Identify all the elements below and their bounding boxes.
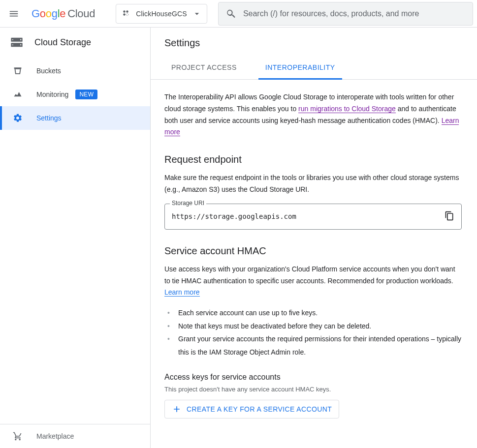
link-learn-more-hmac[interactable]: Learn more bbox=[164, 288, 200, 297]
sidebar-nav: Buckets Monitoring NEW Settings bbox=[0, 57, 150, 424]
create-key-label: CREATE A KEY FOR A SERVICE ACCOUNT bbox=[187, 405, 332, 413]
storage-uri-field: Storage URI https://storage.googleapis.c… bbox=[164, 204, 462, 230]
storage-uri-label: Storage URI bbox=[170, 200, 206, 207]
svg-rect-7 bbox=[12, 45, 13, 45]
copy-icon bbox=[445, 211, 454, 221]
nav-label: Marketplace bbox=[36, 432, 74, 440]
nav-menu-button[interactable] bbox=[4, 4, 24, 24]
new-badge: NEW bbox=[75, 90, 97, 99]
no-keys-text: This project doesn't have any service ac… bbox=[164, 386, 462, 393]
request-endpoint-desc: Make sure the request endpoint in the to… bbox=[164, 172, 462, 196]
heading-request-endpoint: Request endpoint bbox=[164, 154, 462, 165]
sidebar-item-marketplace[interactable]: Marketplace bbox=[0, 424, 150, 448]
hamburger-icon bbox=[8, 8, 19, 19]
project-name: ClickHouseGCS bbox=[136, 10, 187, 18]
search-icon bbox=[225, 8, 236, 19]
sidebar-bottom: Marketplace bbox=[0, 424, 150, 448]
svg-point-1 bbox=[126, 10, 128, 13]
sidebar-item-settings[interactable]: Settings bbox=[0, 106, 150, 130]
hmac-desc: Use access keys with your organization's… bbox=[164, 264, 462, 299]
svg-point-9 bbox=[20, 44, 21, 45]
nav-label: Settings bbox=[36, 114, 62, 122]
intro-paragraph: The Interoperability API allows Google C… bbox=[164, 91, 462, 138]
project-picker[interactable]: ClickHouseGCS bbox=[116, 4, 207, 24]
svg-point-8 bbox=[20, 39, 21, 40]
link-migrations[interactable]: run migrations to Cloud Storage bbox=[298, 105, 396, 113]
sidebar-item-buckets[interactable]: Buckets bbox=[0, 59, 150, 83]
sidebar-item-monitoring[interactable]: Monitoring NEW bbox=[0, 83, 150, 106]
nav-label: Buckets bbox=[36, 67, 61, 75]
create-key-button[interactable]: CREATE A KEY FOR A SERVICE ACCOUNT bbox=[164, 400, 339, 418]
heading-access-keys: Access keys for service accounts bbox=[164, 373, 462, 382]
gear-icon bbox=[13, 113, 23, 123]
top-header: Google Cloud ClickHouseGCS bbox=[0, 0, 477, 28]
monitoring-icon bbox=[13, 90, 23, 99]
bucket-icon bbox=[13, 66, 23, 76]
svg-point-2 bbox=[123, 13, 126, 16]
google-cloud-logo[interactable]: Google Cloud bbox=[28, 7, 99, 20]
main-content: Settings PROJECT ACCESS INTEROPERABILITY… bbox=[151, 28, 477, 448]
project-icon bbox=[122, 9, 131, 18]
sidebar-service-title: Cloud Storage bbox=[34, 37, 91, 48]
tabs: PROJECT ACCESS INTEROPERABILITY bbox=[151, 57, 477, 80]
plus-icon bbox=[172, 404, 182, 414]
marketplace-icon bbox=[13, 431, 23, 441]
logo-cloud-text: Cloud bbox=[67, 7, 95, 20]
search-box[interactable] bbox=[218, 2, 473, 26]
hmac-bullet: Grant your service accounts the required… bbox=[173, 332, 462, 358]
cloud-storage-icon bbox=[10, 35, 24, 49]
hmac-bullet: Note that keys must be deactivated befor… bbox=[173, 320, 462, 333]
logo-google: Google bbox=[32, 7, 65, 20]
chevron-down-icon bbox=[192, 9, 202, 19]
nav-label: Monitoring bbox=[36, 90, 68, 98]
svg-rect-6 bbox=[12, 39, 13, 40]
sidebar: Cloud Storage Buckets Monitoring NEW Set… bbox=[0, 28, 151, 448]
svg-point-3 bbox=[126, 13, 128, 16]
tab-interoperability[interactable]: INTEROPERABILITY bbox=[258, 57, 342, 80]
storage-uri-value: https://storage.googleapis.com bbox=[172, 212, 445, 220]
hmac-desc-text: Use access keys with your organization's… bbox=[164, 265, 455, 285]
tab-project-access[interactable]: PROJECT ACCESS bbox=[164, 57, 244, 80]
sidebar-service-title-row: Cloud Storage bbox=[0, 28, 150, 57]
svg-rect-10 bbox=[14, 67, 22, 69]
hmac-bullets: Each service account can use up to five … bbox=[164, 306, 462, 358]
hmac-bullet: Each service account can use up to five … bbox=[173, 306, 462, 320]
copy-uri-button[interactable] bbox=[445, 211, 454, 222]
heading-service-account-hmac: Service account HMAC bbox=[164, 245, 462, 257]
svg-point-0 bbox=[123, 10, 126, 13]
page-title: Settings bbox=[164, 37, 463, 49]
search-input[interactable] bbox=[243, 9, 466, 18]
